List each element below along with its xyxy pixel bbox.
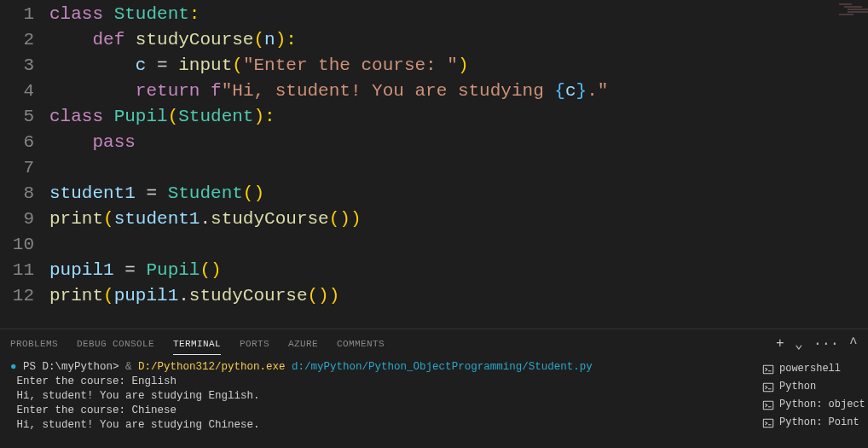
terminal-line: Hi, student! You are studying English. (10, 390, 260, 402)
terminal-list-item[interactable]: Python (761, 378, 861, 396)
code-line[interactable]: pupil1 = Pupil() (49, 258, 608, 283)
code-line[interactable]: student1 = Student() (49, 181, 608, 207)
terminal-line: Enter the course: English (10, 375, 176, 387)
bottom-panel: PROBLEMS DEBUG CONSOLE TERMINAL PORTS AZ… (0, 329, 868, 448)
terminal-list: powershellPythonPython: objectPython: Po… (757, 358, 868, 448)
svg-rect-2 (763, 401, 773, 410)
line-number: 10 (0, 232, 34, 258)
terminal-list-label: powershell (779, 361, 841, 377)
line-number: 7 (0, 155, 34, 181)
line-number: 12 (0, 283, 34, 309)
terminal-list-item[interactable]: Python: object (761, 396, 861, 414)
line-number: 11 (0, 258, 34, 283)
tab-problems[interactable]: PROBLEMS (10, 334, 58, 354)
line-number-gutter: 123456789101112 (0, 0, 49, 329)
code-line[interactable]: c = input("Enter the course: ") (49, 53, 608, 79)
tab-ports[interactable]: PORTS (240, 334, 269, 354)
terminal-dropdown-icon[interactable]: ⌄ (795, 335, 803, 352)
code-editor[interactable]: 123456789101112 class Student: def study… (0, 0, 868, 329)
terminal-list-label: Python: object (779, 397, 865, 413)
panel-actions: + ⌄ ··· ^ (776, 335, 858, 352)
code-line[interactable]: def studyCourse(n): (49, 27, 608, 53)
terminal-script-path: d:/myPython/Python_ObjectProgramming/Stu… (286, 361, 593, 373)
panel-more-icon[interactable]: ··· (813, 336, 839, 352)
terminal-line: Enter the course: Chinese (10, 404, 176, 416)
code-line[interactable]: class Pupil(Student): (49, 104, 608, 130)
terminal-list-label: Python (779, 379, 816, 395)
terminal-amp: & (125, 361, 138, 373)
code-content[interactable]: class Student: def studyCourse(n): c = i… (49, 0, 608, 329)
terminal-line: Hi, student! You are studying Chinese. (10, 419, 260, 431)
line-number: 4 (0, 79, 34, 104)
line-number: 8 (0, 181, 34, 207)
terminal-list-label: Python: Point (779, 415, 859, 431)
tab-comments[interactable]: COMMENTS (337, 334, 385, 354)
terminal-icon (762, 399, 774, 411)
line-number: 3 (0, 53, 34, 79)
code-line[interactable]: class Student: (49, 2, 608, 27)
terminal-icon (762, 364, 774, 375)
terminal-output[interactable]: ● PS D:\myPython> & D:/Python312/python.… (0, 358, 757, 448)
minimap[interactable] (839, 3, 865, 20)
svg-rect-3 (763, 419, 773, 428)
svg-rect-1 (763, 383, 773, 392)
line-number: 5 (0, 104, 34, 130)
terminal-list-item[interactable]: Python: Point (761, 414, 861, 432)
panel-maximize-icon[interactable]: ^ (849, 336, 858, 352)
svg-rect-0 (763, 365, 773, 374)
line-number: 9 (0, 207, 34, 232)
tab-debug-console[interactable]: DEBUG CONSOLE (77, 334, 154, 354)
code-line[interactable]: print(student1.studyCourse()) (49, 207, 608, 232)
code-line[interactable]: print(pupil1.studyCourse()) (49, 283, 608, 309)
terminal-prompt: PS D:\myPython> (17, 361, 126, 373)
prompt-dot-icon: ● (10, 361, 17, 373)
code-line[interactable]: pass (49, 130, 608, 155)
line-number: 1 (0, 2, 34, 27)
terminal-exe-path: D:/Python312/python.exe (138, 361, 286, 373)
terminal-icon (762, 381, 774, 393)
code-line[interactable] (49, 232, 608, 258)
tab-terminal[interactable]: TERMINAL (173, 334, 221, 355)
line-number: 2 (0, 27, 34, 53)
code-line[interactable] (49, 155, 608, 181)
line-number: 6 (0, 130, 34, 155)
code-line[interactable]: return f"Hi, student! You are studying {… (49, 79, 608, 104)
panel-tabs: PROBLEMS DEBUG CONSOLE TERMINAL PORTS AZ… (0, 329, 868, 358)
terminal-list-item[interactable]: powershell (761, 360, 861, 378)
new-terminal-icon[interactable]: + (776, 336, 784, 352)
tab-azure[interactable]: AZURE (288, 334, 318, 354)
terminal-icon (762, 417, 774, 429)
